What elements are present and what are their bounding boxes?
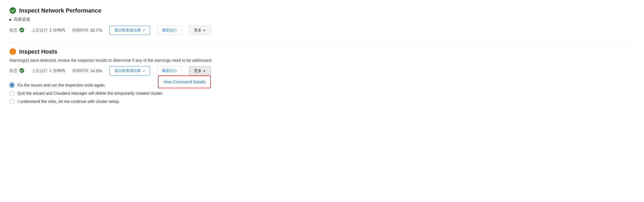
section1-duration-value: 20.77s: [90, 28, 102, 33]
section2-title: Inspect Hosts: [19, 48, 57, 55]
section1-state-label: 状态: [9, 28, 17, 33]
dropdown-arrow-icon2: ▼: [203, 69, 206, 73]
radio-button-3[interactable]: [9, 99, 15, 104]
radio-options-group: Fix the issues and run the inspection to…: [9, 82, 635, 104]
section2-more-dropdown[interactable]: 更多 ▼ View Command Details: [189, 66, 211, 75]
radio-option-1[interactable]: Fix the issues and run the inspection to…: [9, 82, 635, 88]
section1-more-button[interactable]: 更多 ▼: [189, 26, 211, 35]
more-dropdown-popup: View Command Details: [158, 75, 211, 88]
section2-duration-item: 持续时间 14.53s: [72, 68, 102, 73]
external-link-icon: ↗: [142, 28, 145, 32]
section2-warning-text: Warning(s) were detected, review the ins…: [9, 58, 635, 63]
section2-state-item: 状态: [9, 68, 24, 74]
section1-duration-label: 持续时间: [72, 28, 88, 33]
divider1: [9, 42, 635, 42]
section2-lastrun-item: 上次运行 1 分钟内: [31, 68, 65, 73]
section2-duration-label: 持续时间: [72, 68, 88, 73]
section1-lastrun-label: 上次运行: [31, 28, 48, 33]
section2-more-button[interactable]: 更多 ▼: [189, 66, 211, 75]
radio-label-1: Fix the issues and run the inspection to…: [17, 83, 106, 87]
section2-state-label: 状态: [9, 68, 17, 73]
radio-button-1[interactable]: [9, 82, 15, 88]
section2-rerun-button[interactable]: 重新运行: [157, 66, 182, 75]
section1-show-results-label: 显示检查器结果: [114, 28, 141, 33]
section1-status-bar: 状态 上次运行 1 分钟内 持续时间 20.77s 显示检查器结果 ↗ 重新运行…: [9, 26, 635, 35]
section1-title: Inspect Network Performance: [19, 7, 101, 14]
inspect-network-section: Inspect Network Performance ▶ 高级选项 状态 上次…: [9, 7, 635, 35]
section2-show-results-button[interactable]: 显示检查器结果 ↗: [109, 66, 150, 75]
radio-option-2[interactable]: Quit the wizard and Cloudera Manager wil…: [9, 91, 635, 96]
chevron-right-icon: ▶: [9, 17, 12, 22]
section1-title-bar: Inspect Network Performance: [9, 7, 635, 14]
radio-label-2: Quit the wizard and Cloudera Manager wil…: [17, 91, 163, 96]
section2-lastrun-value: 1 分钟内: [49, 68, 65, 73]
section2-lastrun-label: 上次运行: [31, 68, 48, 73]
inspect-hosts-section: ! Inspect Hosts Warning(s) were detected…: [9, 48, 635, 75]
section1-lastrun-value: 1 分钟内: [49, 28, 65, 33]
warning-circle-icon: !: [9, 48, 16, 55]
section1-duration-item: 持续时间 20.77s: [72, 28, 102, 33]
svg-point-4: [19, 68, 24, 73]
radio-label-3: I understand the risks, let me continue …: [17, 99, 120, 104]
svg-point-0: [10, 7, 16, 14]
section2-rerun-label: 重新运行: [162, 68, 177, 73]
section1-more-label: 更多: [194, 28, 202, 33]
section1-rerun-label: 重新运行: [162, 28, 177, 33]
dropdown-arrow-icon: ▼: [203, 29, 206, 32]
svg-point-1: [19, 28, 24, 32]
view-command-details-item[interactable]: View Command Details: [159, 77, 210, 87]
section1-rerun-button[interactable]: 重新运行: [157, 26, 182, 35]
section1-lastrun-item: 上次运行 1 分钟内: [31, 28, 65, 33]
section1-state-item: 状态: [9, 27, 24, 34]
external-link-icon2: ↗: [142, 69, 145, 73]
section1-state-icon: [19, 27, 24, 34]
radio-option-3[interactable]: I understand the risks, let me continue …: [9, 99, 635, 104]
section2-more-label: 更多: [194, 68, 202, 73]
advanced-options-label: 高级选项: [14, 17, 30, 22]
section2-state-icon: [19, 68, 24, 74]
section2-status-bar: 状态 上次运行 1 分钟内 持续时间 14.53s 显示检查器结果 ↗ 重新运行: [9, 66, 635, 75]
section2-duration-value: 14.53s: [90, 68, 102, 73]
section2-show-results-label: 显示检查器结果: [114, 68, 141, 73]
radio-button-2[interactable]: [9, 91, 15, 96]
section1-show-results-button[interactable]: 显示检查器结果 ↗: [109, 26, 150, 35]
advanced-options-toggle[interactable]: ▶ 高级选项: [9, 17, 635, 22]
check-circle-icon: [9, 7, 16, 14]
section2-title-bar: ! Inspect Hosts: [9, 48, 635, 55]
svg-text:!: !: [12, 49, 14, 54]
